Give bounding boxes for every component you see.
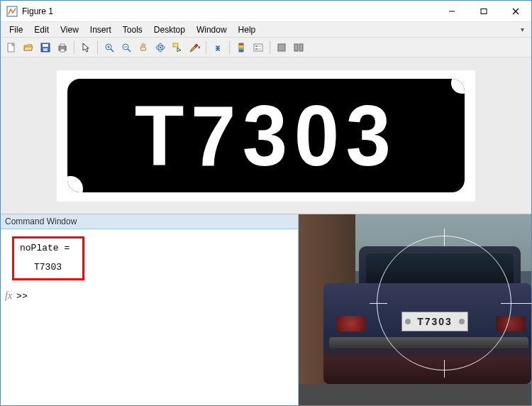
car-license-plate: T7303	[401, 312, 468, 331]
toolbar: ▾	[1, 38, 531, 57]
pointer-button[interactable]	[78, 40, 94, 55]
menu-view[interactable]: View	[55, 23, 84, 36]
print-button[interactable]	[55, 40, 70, 55]
toolbar-separator	[270, 41, 270, 54]
svg-rect-33	[278, 44, 285, 51]
hide-plot-tools-button[interactable]	[274, 40, 289, 55]
car-body-group: T7303	[323, 246, 531, 391]
car-image-panel[interactable]: T7303	[299, 214, 531, 405]
car-bumper	[329, 337, 528, 349]
svg-line-13	[111, 49, 113, 52]
svg-rect-34	[294, 44, 298, 51]
svg-rect-7	[43, 44, 48, 47]
maximize-button[interactable]	[467, 1, 499, 21]
menu-edit[interactable]: Edit	[28, 23, 55, 36]
svg-rect-26	[239, 48, 243, 50]
fx-icon[interactable]: fx	[5, 290, 12, 302]
svg-rect-25	[239, 45, 243, 48]
output-variable-line: noPlate =	[20, 243, 70, 253]
legend-button[interactable]	[250, 40, 266, 55]
window-title: Figure 1	[22, 6, 436, 16]
plate-characters: T7303	[135, 93, 398, 178]
menu-insert[interactable]: Insert	[84, 23, 117, 36]
svg-rect-2	[481, 9, 487, 13]
command-window-panel: Command Window noPlate = T7303 fx >>	[1, 214, 299, 405]
app-icon	[6, 6, 18, 17]
menu-bar: File Edit View Insert Tools Desktop Wind…	[1, 22, 531, 38]
brush-button[interactable]: ▾	[187, 40, 202, 55]
link-plots-button[interactable]	[210, 40, 226, 55]
title-bar[interactable]: Figure 1	[1, 1, 531, 22]
toolbar-separator	[206, 41, 206, 54]
output-value: T7303	[34, 262, 70, 273]
lower-panels: Command Window noPlate = T7303 fx >>	[1, 214, 531, 405]
menu-desktop[interactable]: Desktop	[148, 23, 191, 36]
taillight-right	[496, 316, 526, 331]
car-trunk	[323, 283, 531, 384]
zoom-in-button[interactable]	[101, 40, 117, 55]
binary-plate-image: T7303	[57, 70, 475, 202]
taillight-left	[336, 316, 366, 331]
prompt-chevrons: >>	[16, 291, 28, 302]
colorbar-button[interactable]	[233, 40, 249, 55]
svg-rect-24	[239, 43, 243, 45]
command-window-body[interactable]: noPlate = T7303 fx >>	[1, 229, 298, 405]
toolbar-separator	[97, 41, 98, 54]
svg-rect-35	[299, 44, 303, 51]
menu-file[interactable]: File	[4, 23, 28, 36]
close-button[interactable]	[499, 1, 531, 21]
figure-window: Figure 1 File Edit View Insert Tools Des…	[0, 0, 532, 406]
svg-rect-8	[43, 48, 48, 51]
open-button[interactable]	[21, 40, 36, 55]
svg-rect-10	[60, 44, 65, 46]
zoom-out-button[interactable]	[118, 40, 134, 55]
car-plate-text: T7303	[417, 316, 453, 327]
show-plot-tools-button[interactable]	[291, 40, 306, 55]
figure-axes-area[interactable]: T7303	[1, 57, 531, 214]
minimize-button[interactable]	[436, 1, 467, 21]
car-rear-window	[366, 253, 514, 283]
svg-line-17	[128, 49, 131, 52]
svg-rect-11	[60, 49, 65, 52]
menu-help[interactable]: Help	[233, 23, 262, 36]
command-window-title[interactable]: Command Window	[1, 214, 298, 229]
svg-rect-22	[173, 43, 178, 47]
save-button[interactable]	[38, 40, 53, 55]
svg-rect-28	[254, 44, 262, 51]
svg-point-21	[160, 46, 161, 48]
command-prompt-line[interactable]: fx >>	[5, 290, 291, 302]
rotate-3d-button[interactable]	[153, 40, 168, 55]
plate-black-region: T7303	[67, 79, 465, 192]
data-cursor-button[interactable]	[170, 40, 185, 55]
pan-button[interactable]	[135, 40, 151, 55]
result-highlight-box: noPlate = T7303	[12, 236, 84, 280]
menu-tools[interactable]: Tools	[117, 23, 148, 36]
window-buttons	[436, 1, 531, 21]
dock-controls-icon[interactable]: ▾	[516, 24, 528, 35]
new-figure-button[interactable]	[4, 40, 19, 55]
toolbar-separator	[229, 41, 230, 54]
toolbar-separator	[74, 41, 74, 54]
menu-window[interactable]: Window	[191, 23, 233, 36]
svg-rect-27	[239, 50, 243, 52]
